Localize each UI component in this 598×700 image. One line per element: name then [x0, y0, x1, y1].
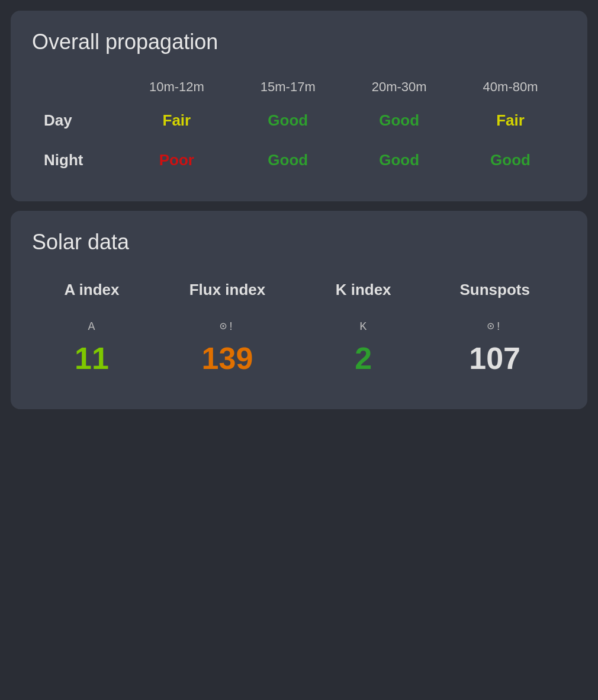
- solar-header-row: A index Flux index K index Sunspots: [32, 274, 566, 306]
- col-header-40m: 40m-80m: [455, 73, 566, 101]
- row-label-night: Night: [32, 140, 121, 180]
- sunspots-sun-icon: ⊙!: [487, 320, 503, 333]
- day-10m-value: Fair: [121, 101, 232, 140]
- table-row: Night Poor Good Good Good: [32, 140, 566, 180]
- table-header-row: 10m-12m 15m-17m 20m-30m 40m-80m: [32, 73, 566, 101]
- night-20m-value: Good: [343, 140, 455, 180]
- row-label-day: Day: [32, 101, 121, 140]
- propagation-title: Overall propagation: [32, 30, 566, 54]
- sunspots-value: 107: [423, 336, 566, 388]
- night-10m-value: Poor: [121, 140, 232, 180]
- solar-col-flux: Flux index: [152, 274, 303, 306]
- a-index-value: 11: [32, 336, 152, 388]
- col-header-20m: 20m-30m: [343, 73, 455, 101]
- solar-card: Solar data A index Flux index K index Su…: [11, 211, 587, 409]
- k-index-icon: K: [303, 306, 423, 336]
- a-icon: A: [88, 320, 95, 333]
- col-header-10m: 10m-12m: [121, 73, 232, 101]
- solar-col-k-index: K index: [303, 274, 423, 306]
- solar-value-row: 11 139 2 107: [32, 336, 566, 388]
- a-index-icon: A: [32, 306, 152, 336]
- k-index-value: 2: [303, 336, 423, 388]
- col-header-15m: 15m-17m: [232, 73, 343, 101]
- sunspots-icon: ⊙!: [423, 306, 566, 336]
- k-icon: K: [359, 320, 367, 333]
- propagation-table: 10m-12m 15m-17m 20m-30m 40m-80m Day Fair…: [32, 73, 566, 180]
- day-15m-value: Good: [232, 101, 343, 140]
- solar-col-sunspots: Sunspots: [423, 274, 566, 306]
- night-40m-value: Good: [455, 140, 566, 180]
- flux-sun-icon: ⊙!: [220, 320, 235, 333]
- table-row: Day Fair Good Good Fair: [32, 101, 566, 140]
- solar-table: A index Flux index K index Sunspots A ⊙!…: [32, 274, 566, 388]
- solar-col-a-index: A index: [32, 274, 152, 306]
- flux-value: 139: [152, 336, 303, 388]
- solar-title: Solar data: [32, 230, 566, 255]
- col-header-label: [32, 73, 121, 101]
- flux-icon: ⊙!: [152, 306, 303, 336]
- night-15m-value: Good: [232, 140, 343, 180]
- solar-icon-row: A ⊙! K ⊙!: [32, 306, 566, 336]
- day-40m-value: Fair: [455, 101, 566, 140]
- day-20m-value: Good: [343, 101, 455, 140]
- propagation-card: Overall propagation 10m-12m 15m-17m 20m-…: [11, 11, 587, 201]
